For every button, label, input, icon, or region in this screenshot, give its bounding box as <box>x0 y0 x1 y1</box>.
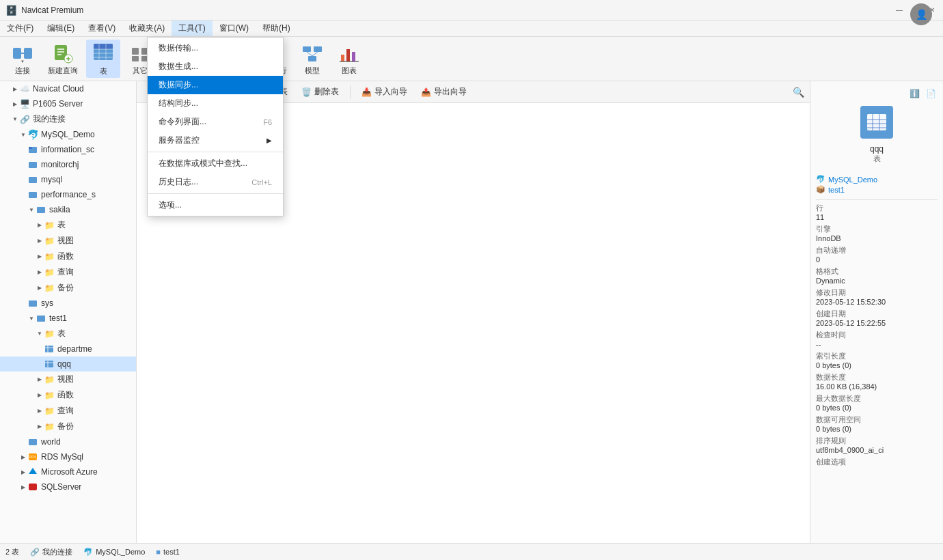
sidebar-qqq[interactable]: qqq <box>0 356 136 372</box>
schema-status-icon: ■ <box>156 548 161 556</box>
svg-rect-1 <box>24 48 32 59</box>
export-wizard-button[interactable]: 📤 导出向导 <box>415 84 472 100</box>
search-icon-btn[interactable]: 🔍 <box>793 87 804 98</box>
menu-data-generation[interactable]: 数据生成... <box>148 57 283 76</box>
sidebar-test1-views[interactable]: ▶ 📁 视图 <box>0 372 136 387</box>
menu-server-monitor[interactable]: 服务器监控 ▶ <box>148 131 283 150</box>
folder-icon-8: 📁 <box>44 390 55 401</box>
sidebar-test1-tables[interactable]: ▼ 📁 表 <box>0 326 136 341</box>
prop-value-index-len: 0 bytes (0) <box>816 361 938 369</box>
sidebar-monitorchj[interactable]: monitorchj <box>0 157 136 172</box>
sidebar-azure[interactable]: ▶ Microsoft Azure <box>0 464 136 479</box>
sidebar-sakila-queries[interactable]: ▶ 📁 查询 <box>0 264 136 280</box>
sidebar-test1[interactable]: ▼ test1 <box>0 311 136 326</box>
sidebar-sakila-backups[interactable]: ▶ 📁 备份 <box>0 280 136 296</box>
sidebar-test1-functions[interactable]: ▶ 📁 函数 <box>0 387 136 403</box>
sidebar-sakila-tables[interactable]: ▶ 📁 表 <box>0 217 136 233</box>
export-icon: 📤 <box>421 87 431 97</box>
toolbar: ▼ 连接 新建直询 <box>0 37 943 81</box>
svg-rect-44 <box>29 300 37 307</box>
menu-edit[interactable]: 编辑(E) <box>40 20 81 36</box>
menu-find-in-db[interactable]: 在数据库或模式中查找... <box>148 154 283 173</box>
sidebar-sakila-views[interactable]: ▶ 📁 视图 <box>0 233 136 249</box>
folder-icon-4: 📁 <box>44 267 55 278</box>
monitorchj-label: monitorchj <box>41 160 79 169</box>
sidebar-my-connections[interactable]: ▼ 🔗 我的连接 <box>0 111 136 127</box>
svg-rect-18 <box>132 48 139 55</box>
prop-row-format: 格格式 Dynamic <box>816 266 938 285</box>
sakila-func-label: 函数 <box>57 251 74 262</box>
status-bar: 2 表 🔗 我的连接 🐬 MySQL_Demo ■ test1 <box>0 543 943 560</box>
menu-file[interactable]: 文件(F) <box>0 20 40 36</box>
menu-tools[interactable]: 工具(T) <box>172 20 212 36</box>
menu-data-sync[interactable]: 数据同步... <box>148 76 283 94</box>
prop-divider-1 <box>816 199 938 200</box>
menu-bar: 文件(F) 编辑(E) 查看(V) 收藏夹(A) 工具(T) 窗口(W) 帮助(… <box>0 20 943 37</box>
performance-s-label: performance_s <box>41 190 96 199</box>
table-type-display: 表 <box>873 154 881 164</box>
status-connection: 🔗 我的连接 <box>30 547 72 557</box>
status-schema-label: test1 <box>163 548 180 556</box>
sidebar-performance-s[interactable]: performance_s <box>0 187 136 202</box>
sidebar-sakila-functions[interactable]: ▶ 📁 函数 <box>0 249 136 264</box>
test1-query-arrow: ▶ <box>36 407 44 415</box>
menu-help[interactable]: 帮助(H) <box>256 20 297 36</box>
sidebar-p1605[interactable]: ▶ 🖥️ P1605 Server <box>0 96 136 111</box>
user-avatar[interactable]: 👤 <box>910 3 932 25</box>
svg-rect-43 <box>37 207 45 213</box>
minimize-button[interactable]: — <box>894 5 905 16</box>
sidebar-sqlserver[interactable]: ▶ SQLServer <box>0 479 136 494</box>
sidebar-rds-mysql[interactable]: ▶ RDS RDS MySql <box>0 449 136 464</box>
prop-row-check-time: 检查时间 -- <box>816 330 938 348</box>
menu-console[interactable]: 命令列界面... F6 <box>148 113 283 131</box>
sidebar-test1-backups[interactable]: ▶ 📁 备份 <box>0 419 136 434</box>
model-button[interactable]: 模型 <box>295 40 329 78</box>
sidebar-information-sc[interactable]: information_sc <box>0 142 136 157</box>
right-panel-schema[interactable]: test1 <box>828 186 845 194</box>
table-small-icon-2 <box>44 359 55 369</box>
prop-row-data-len: 数据长度 16.00 KB (16,384) <box>816 372 938 391</box>
right-panel-db-name[interactable]: MySQL_Demo <box>828 176 877 184</box>
folder-icon-5: 📁 <box>44 283 55 294</box>
prop-row-created: 创建日期 2023-05-12 15:22:55 <box>816 309 938 327</box>
sakila-views-label: 视图 <box>57 235 74 247</box>
db-icon-2 <box>27 159 38 170</box>
new-query-button[interactable]: 新建直询 <box>42 40 83 78</box>
content-separator <box>350 85 351 99</box>
sidebar-navicat-cloud[interactable]: ▶ ☁️ Navicat Cloud <box>0 81 136 96</box>
right-panel-schema-row: 📦 test1 <box>816 185 938 194</box>
menu-structure-sync[interactable]: 结构同步... <box>148 94 283 113</box>
delete-table-button[interactable]: 🗑️ 删除表 <box>296 84 344 100</box>
import-icon: 📥 <box>361 87 372 97</box>
ddl-panel-button[interactable]: 📄 <box>924 87 938 100</box>
information-sc-label: information_sc <box>41 145 94 154</box>
import-wizard-button[interactable]: 📥 导入向导 <box>356 84 413 100</box>
mysql-label: mysql <box>41 175 62 184</box>
sidebar-departme[interactable]: departme <box>0 341 136 356</box>
mysql-demo-arrow: ▼ <box>19 130 27 139</box>
sidebar-mysql-demo[interactable]: ▼ 🐬 MySQL_Demo <box>0 127 136 142</box>
menu-data-transfer[interactable]: 数据传输... <box>148 39 283 57</box>
sidebar-mysql[interactable]: mysql <box>0 172 136 187</box>
menu-favorites[interactable]: 收藏夹(A) <box>122 20 172 36</box>
menu-options[interactable]: 选项... <box>148 196 283 214</box>
svg-rect-0 <box>13 48 21 59</box>
menu-window[interactable]: 窗口(W) <box>213 20 256 36</box>
chart-button[interactable]: 图表 <box>332 40 366 78</box>
sidebar-sys[interactable]: sys <box>0 296 136 311</box>
sidebar-sakila[interactable]: ▼ sakila <box>0 202 136 217</box>
table-summary: qqq 表 <box>816 106 938 169</box>
svg-rect-56 <box>29 484 37 490</box>
svg-text:RDS: RDS <box>29 455 37 459</box>
sidebar-world[interactable]: world <box>0 434 136 449</box>
info-panel-button[interactable]: ℹ️ <box>907 87 921 100</box>
sidebar-test1-queries[interactable]: ▶ 📁 查询 <box>0 403 136 419</box>
menu-history[interactable]: 历史日志... Ctrl+L <box>148 173 283 191</box>
menu-view[interactable]: 查看(V) <box>81 20 122 36</box>
svg-rect-36 <box>352 52 355 61</box>
svg-rect-31 <box>308 56 316 61</box>
table-button[interactable]: 表 <box>86 40 120 78</box>
menu-separator-1 <box>148 152 283 152</box>
app-title: Navicat Premium <box>21 5 894 15</box>
connect-button[interactable]: ▼ 连接 <box>5 40 40 78</box>
